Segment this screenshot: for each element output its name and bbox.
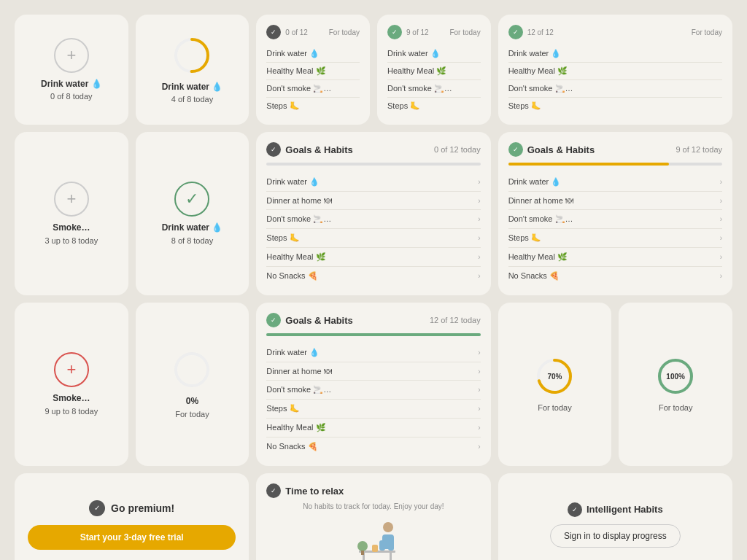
checkmark-icon: ✓	[508, 25, 523, 39]
progress-circle-0	[171, 349, 212, 390]
habit-name: Drink water 💧	[41, 79, 102, 90]
habit-mini-0: ✓ 0 of 12 For today Drink water 💧 Health…	[256, 15, 370, 125]
checkmark-icon: ✓	[387, 25, 402, 39]
habit-progress: 3 up to 8 today	[44, 236, 98, 245]
relax-small-card: ✓ Time to relax No habits to track for t…	[256, 473, 490, 560]
progress-fill	[266, 333, 480, 336]
habit-item[interactable]: Drink water 💧	[266, 45, 360, 63]
card-add-drink-water-0[interactable]: + Drink water 💧 0 of 8 today	[15, 15, 128, 125]
habit-item[interactable]: Steps 🦶	[387, 98, 481, 114]
goals-count: 12 of 12 today	[430, 316, 481, 324]
goals-item[interactable]: Dinner at home 🍽›	[266, 192, 480, 210]
goals-item[interactable]: Drink water 💧›	[266, 173, 480, 192]
svg-point-15	[357, 541, 368, 551]
checkmark-icon: ✓	[266, 483, 281, 498]
checkmark-icon: ✓	[266, 25, 281, 39]
pct-sub: For today	[538, 403, 571, 412]
goals-item[interactable]: Drink water 💧›	[266, 343, 480, 362]
pct-sub: For today	[659, 403, 692, 412]
card-100pct[interactable]: 100% For today	[619, 303, 732, 466]
relax-illustration	[344, 515, 403, 560]
habit-for-today: For today	[329, 28, 360, 36]
svg-point-7	[383, 522, 393, 532]
goals-item[interactable]: Healthy Meal 🌿›	[266, 248, 480, 267]
premium-trial-button[interactable]: Start your 3-day free trial	[28, 525, 236, 550]
check-icon: ✓	[174, 182, 209, 217]
goals-item[interactable]: Dinner at home 🍽›	[266, 362, 480, 381]
habit-item[interactable]: Healthy Meal 🌿	[387, 63, 481, 80]
goals-item[interactable]: No Snacks 🍕›	[266, 438, 480, 456]
goals-item[interactable]: Dinner at home 🍽›	[508, 192, 722, 210]
habit-for-today: For today	[692, 28, 722, 36]
add-icon-red[interactable]: +	[54, 352, 89, 387]
habit-name: Drink water 💧	[162, 82, 223, 93]
goals-title: Goals & Habits	[527, 144, 672, 155]
checkmark-icon: ✓	[568, 502, 582, 517]
habit-mini-9: ✓ 9 of 12 For today Drink water 💧 Health…	[377, 15, 491, 125]
goals-item[interactable]: Steps 🦶›	[266, 400, 480, 419]
habit-progress: 8 of 8 today	[171, 236, 214, 245]
checkmark-icon: ✓	[266, 142, 281, 157]
goals-item[interactable]: Drink water 💧›	[508, 173, 722, 192]
habit-item[interactable]: Don't smoke 🚬…	[387, 80, 481, 98]
svg-rect-16	[361, 551, 364, 555]
add-icon[interactable]: +	[54, 38, 89, 73]
relax-sub: No habits to track for today. Enjoy your…	[303, 502, 444, 510]
habit-progress: 4 of 8 today	[171, 95, 214, 104]
progress-circle-100: 100%	[655, 356, 696, 397]
goals-card-12: ✓ Goals & Habits 12 of 12 today Drink wa…	[256, 303, 490, 466]
ih-title: Intelligent Habits	[587, 504, 663, 515]
goals-count: 0 of 12 today	[434, 145, 481, 154]
svg-rect-14	[372, 545, 378, 552]
pct-sub: For today	[175, 410, 209, 419]
goals-item[interactable]: Steps 🦶›	[266, 229, 480, 248]
relax-title: Time to relax	[285, 486, 344, 497]
habit-item[interactable]: Steps 🦶	[266, 98, 360, 114]
goals-item[interactable]: No Snacks 🍕›	[508, 267, 722, 285]
goals-item[interactable]: No Snacks 🍕›	[266, 267, 480, 285]
habit-item[interactable]: Steps 🦶	[508, 98, 722, 114]
habit-count: 9 of 12	[406, 28, 429, 36]
habit-count: 12 of 12	[527, 28, 554, 36]
premium-small-card[interactable]: ✓ Go premium! Start your 3-day free tria…	[15, 473, 249, 560]
card-smoke-add[interactable]: + Smoke… 3 up to 8 today	[15, 132, 128, 295]
goals-item[interactable]: Steps 🦶›	[508, 229, 722, 248]
goals-item[interactable]: Don't smoke 🚬…›	[266, 210, 480, 229]
goals-item[interactable]: Healthy Meal 🌿›	[266, 419, 480, 438]
card-0pct[interactable]: 0% For today	[136, 303, 249, 466]
habit-item[interactable]: Healthy Meal 🌿	[266, 63, 360, 80]
habit-name: Smoke…	[44, 222, 98, 234]
premium-title: Go premium!	[111, 502, 174, 514]
habit-item[interactable]: Don't smoke 🚬…	[508, 80, 722, 98]
svg-rect-10	[388, 540, 394, 551]
goals-item[interactable]: Healthy Meal 🌿›	[508, 248, 722, 267]
card-70pct[interactable]: 70% For today	[498, 303, 612, 466]
habit-count: 0 of 12	[285, 28, 308, 36]
checkmark-icon: ✓	[89, 500, 105, 516]
habit-name: Drink water 💧	[162, 222, 223, 234]
habit-progress: 0 of 8 today	[50, 92, 93, 101]
goals-title: Goals & Habits	[285, 144, 430, 155]
habit-mini-12: ✓ 12 of 12 For today Drink water 💧 Healt…	[498, 15, 732, 125]
goals-title: Goals & Habits	[285, 315, 425, 326]
goals-item[interactable]: Don't smoke 🚬…›	[266, 381, 480, 400]
goals-card-9: ✓ Goals & Habits 9 of 12 today Drink wat…	[498, 132, 732, 295]
habit-item[interactable]: Drink water 💧	[387, 45, 481, 63]
ih-small-card: ✓ Intelligent Habits Sign in to display …	[498, 473, 732, 560]
habit-progress: 9 up to 8 today	[44, 407, 98, 416]
progress-fill	[508, 163, 669, 166]
card-smoke-red[interactable]: + Smoke… 9 up to 8 today	[15, 303, 128, 466]
svg-rect-9	[379, 540, 385, 551]
card-drink-water-4[interactable]: Drink water 💧 4 of 8 today	[136, 15, 249, 125]
card-drink-water-done[interactable]: ✓ Drink water 💧 8 of 8 today	[136, 132, 249, 295]
checkmark-icon: ✓	[266, 313, 281, 327]
habit-for-today: For today	[449, 28, 480, 36]
habit-item[interactable]: Drink water 💧	[508, 45, 722, 63]
add-icon[interactable]: +	[54, 182, 89, 217]
sign-in-button[interactable]: Sign in to display progress	[550, 524, 681, 548]
progress-circle-70: 70%	[534, 356, 575, 397]
goals-item[interactable]: Don't smoke 🚬…›	[508, 210, 722, 229]
habit-item[interactable]: Healthy Meal 🌿	[508, 63, 722, 80]
habit-item[interactable]: Don't smoke 🚬…	[266, 80, 360, 98]
goals-count: 9 of 12 today	[676, 145, 722, 154]
